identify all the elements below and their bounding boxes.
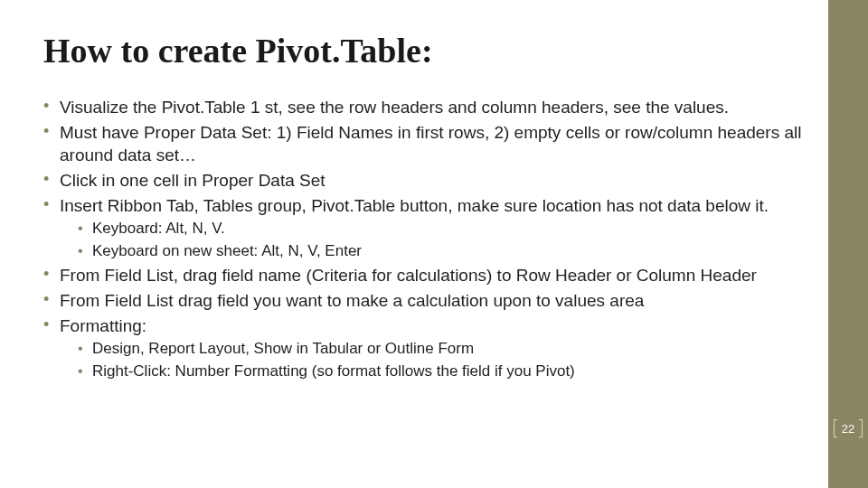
- bullet-text: Insert Ribbon Tab, Tables group, Pivot.T…: [60, 196, 769, 215]
- list-item: Design, Report Layout, Show in Tabular o…: [78, 339, 810, 359]
- bullet-text: Keyboard: Alt, N, V.: [92, 220, 225, 237]
- page-number: 22: [840, 422, 856, 436]
- list-item: From Field List, drag field name (Criter…: [43, 264, 810, 286]
- bullet-text: Design, Report Layout, Show in Tabular o…: [92, 340, 474, 357]
- list-item: Keyboard on new sheet: Alt, N, V, Enter: [78, 241, 810, 261]
- bullet-text: Click in one cell in Proper Data Set: [60, 171, 326, 190]
- list-item: Keyboard: Alt, N, V.: [78, 219, 810, 239]
- bracket-right-icon: [859, 419, 863, 437]
- list-item: Must have Proper Data Set: 1) Field Name…: [43, 121, 810, 166]
- bullet-list: Visualize the Pivot.Table 1 st, see the …: [43, 96, 810, 381]
- list-item: Formatting: Design, Report Layout, Show …: [43, 314, 810, 381]
- sidebar-accent: 22: [828, 0, 868, 488]
- bullet-text: Must have Proper Data Set: 1) Field Name…: [60, 123, 801, 164]
- bullet-text: Formatting:: [60, 316, 146, 335]
- bullet-text: From Field List, drag field name (Criter…: [60, 266, 757, 285]
- list-item: From Field List drag field you want to m…: [43, 289, 810, 312]
- bracket-left-icon: [834, 419, 837, 437]
- slide: 22 How to create Pivot.Table: Visualize …: [0, 0, 868, 488]
- list-item: Right-Click: Number Formatting (so forma…: [78, 361, 810, 381]
- slide-title: How to create Pivot.Table:: [43, 33, 810, 70]
- sub-bullet-list: Keyboard: Alt, N, V. Keyboard on new she…: [78, 219, 810, 261]
- sub-bullet-list: Design, Report Layout, Show in Tabular o…: [78, 339, 810, 381]
- bullet-text: From Field List drag field you want to m…: [60, 291, 644, 310]
- bullet-text: Keyboard on new sheet: Alt, N, V, Enter: [92, 242, 362, 259]
- slide-content: How to create Pivot.Table: Visualize the…: [0, 0, 828, 488]
- bullet-text: Visualize the Pivot.Table 1 st, see the …: [60, 98, 729, 117]
- page-number-badge: 22: [834, 419, 863, 437]
- list-item: Click in one cell in Proper Data Set: [43, 169, 810, 192]
- list-item: Insert Ribbon Tab, Tables group, Pivot.T…: [43, 194, 810, 261]
- bullet-text: Right-Click: Number Formatting (so forma…: [92, 362, 575, 380]
- list-item: Visualize the Pivot.Table 1 st, see the …: [43, 96, 810, 118]
